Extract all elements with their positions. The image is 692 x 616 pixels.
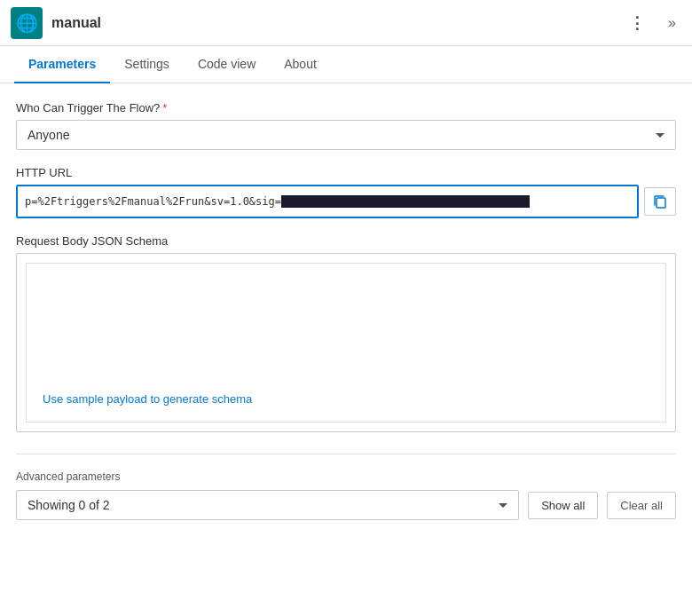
advanced-chevron-down-icon <box>499 503 507 508</box>
who-can-trigger-section: Who Can Trigger The Flow? * Anyone <box>16 101 676 150</box>
http-url-section: HTTP URL p=%2Ftriggers%2Fmanual%2Frun&sv… <box>16 166 676 218</box>
svg-rect-0 <box>657 198 665 208</box>
three-dots-icon: ⋮ <box>629 13 647 33</box>
collapse-button[interactable]: » <box>663 12 681 35</box>
app-title: manual <box>51 15 101 31</box>
advanced-parameters-section: Advanced parameters Showing 0 of 2 Show … <box>16 454 676 520</box>
clear-all-button[interactable]: Clear all <box>607 492 676 519</box>
advanced-parameters-label: Advanced parameters <box>16 470 676 483</box>
url-row: p=%2Ftriggers%2Fmanual%2Frun&sv=1.0&sig= <box>16 185 676 218</box>
who-can-trigger-label: Who Can Trigger The Flow? * <box>16 101 676 115</box>
who-can-trigger-dropdown[interactable]: Anyone <box>16 120 676 150</box>
header-left: 🌐 manual <box>11 7 101 39</box>
app-icon: 🌐 <box>11 7 43 39</box>
show-all-button[interactable]: Show all <box>528 492 598 519</box>
advanced-dropdown-value: Showing 0 of 2 <box>28 498 110 512</box>
dropdown-value: Anyone <box>28 128 69 142</box>
tab-about[interactable]: About <box>270 46 331 83</box>
header-right: ⋮ » <box>624 10 681 36</box>
url-text-visible: p=%2Ftriggers%2Fmanual%2Frun&sv=1.0&sig= <box>25 195 281 208</box>
chevron-down-icon <box>656 133 664 138</box>
url-display: p=%2Ftriggers%2Fmanual%2Frun&sv=1.0&sig= <box>18 186 637 217</box>
app-header: 🌐 manual ⋮ » <box>0 0 692 46</box>
tab-code-view[interactable]: Code view <box>184 46 270 83</box>
double-chevron-icon: » <box>668 15 676 31</box>
required-asterisk: * <box>162 101 167 115</box>
copy-icon <box>652 193 668 209</box>
url-input-wrapper: p=%2Ftriggers%2Fmanual%2Frun&sv=1.0&sig= <box>16 185 639 218</box>
more-options-button[interactable]: ⋮ <box>624 10 652 36</box>
http-url-label: HTTP URL <box>16 166 676 179</box>
generate-schema-link[interactable]: Use sample payload to generate schema <box>43 392 252 406</box>
schema-inner: Use sample payload to generate schema <box>26 263 666 423</box>
tab-settings[interactable]: Settings <box>110 46 184 83</box>
main-content: Who Can Trigger The Flow? * Anyone HTTP … <box>0 83 692 538</box>
request-body-section: Request Body JSON Schema Use sample payl… <box>16 234 676 432</box>
tab-parameters[interactable]: Parameters <box>14 46 110 83</box>
advanced-params-dropdown[interactable]: Showing 0 of 2 <box>16 490 519 520</box>
schema-box: Use sample payload to generate schema <box>16 253 676 432</box>
url-text-hidden <box>281 195 530 208</box>
advanced-parameters-row: Showing 0 of 2 Show all Clear all <box>16 490 676 520</box>
globe-icon: 🌐 <box>16 12 38 34</box>
tab-bar: Parameters Settings Code view About <box>0 46 692 83</box>
copy-url-button[interactable] <box>644 187 676 216</box>
request-body-label: Request Body JSON Schema <box>16 234 676 248</box>
